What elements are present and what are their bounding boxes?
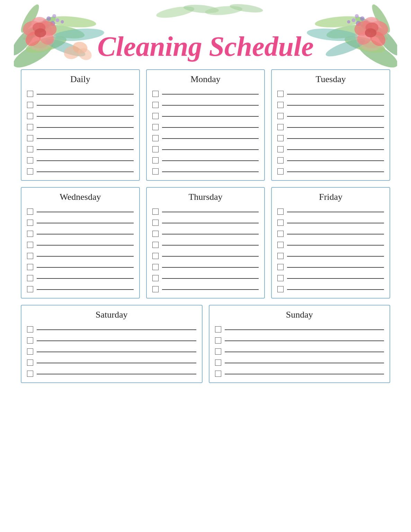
check-line	[37, 278, 134, 279]
checkbox[interactable]	[215, 326, 221, 332]
saturday-card: Saturday	[21, 305, 203, 383]
list-item	[27, 231, 134, 237]
checkbox[interactable]	[277, 242, 284, 248]
checkbox[interactable]	[277, 113, 284, 119]
check-line	[287, 245, 384, 246]
checkbox[interactable]	[152, 209, 159, 215]
friday-title: Friday	[277, 192, 384, 204]
checkbox[interactable]	[152, 264, 159, 270]
check-line	[37, 105, 134, 106]
check-line	[37, 234, 134, 234]
check-line	[37, 94, 134, 95]
checkbox[interactable]	[152, 286, 159, 292]
checkbox[interactable]	[277, 209, 284, 215]
list-item	[215, 360, 384, 366]
svg-point-40	[355, 14, 359, 18]
checkbox[interactable]	[277, 146, 284, 152]
monday-checklist	[152, 91, 259, 175]
checkbox[interactable]	[277, 102, 284, 108]
wednesday-card: Wednesday	[21, 187, 140, 299]
checkbox[interactable]	[27, 168, 33, 175]
checkbox[interactable]	[152, 242, 159, 248]
check-line	[287, 289, 384, 290]
checkbox[interactable]	[27, 275, 33, 281]
checkbox[interactable]	[27, 209, 33, 215]
checkbox[interactable]	[277, 157, 284, 163]
check-line	[37, 289, 134, 290]
checkbox[interactable]	[152, 220, 159, 226]
checkbox[interactable]	[27, 264, 33, 270]
list-item	[152, 146, 259, 152]
list-item	[277, 124, 384, 130]
checkbox[interactable]	[27, 113, 33, 119]
list-item	[152, 102, 259, 108]
check-line	[225, 340, 384, 341]
check-line	[287, 256, 384, 257]
checkbox[interactable]	[152, 102, 159, 108]
checkbox[interactable]	[27, 242, 33, 248]
check-line	[287, 105, 384, 106]
checkbox[interactable]	[152, 113, 159, 119]
checkbox[interactable]	[277, 135, 284, 141]
checkbox[interactable]	[27, 360, 33, 366]
checkbox[interactable]	[152, 146, 159, 152]
checkbox[interactable]	[152, 168, 159, 175]
checkbox[interactable]	[27, 220, 33, 226]
checkbox[interactable]	[277, 275, 284, 281]
checkbox[interactable]	[27, 371, 33, 377]
checkbox[interactable]	[152, 91, 159, 97]
list-item	[27, 326, 196, 332]
checkbox[interactable]	[27, 102, 33, 108]
check-line	[287, 116, 384, 117]
check-line	[162, 223, 259, 223]
checkbox[interactable]	[27, 286, 33, 292]
list-item	[152, 124, 259, 130]
checkbox[interactable]	[27, 91, 33, 97]
wednesday-checklist	[27, 209, 134, 292]
checkbox[interactable]	[27, 253, 33, 259]
checkbox[interactable]	[277, 168, 284, 175]
checkbox[interactable]	[277, 264, 284, 270]
list-item	[277, 242, 384, 248]
checkbox[interactable]	[277, 253, 284, 259]
list-item	[152, 253, 259, 259]
checkbox[interactable]	[27, 157, 33, 163]
check-line	[225, 352, 384, 352]
checkbox[interactable]	[152, 135, 159, 141]
monday-card: Monday	[146, 69, 265, 181]
daily-checklist	[27, 91, 134, 175]
checkbox[interactable]	[152, 231, 159, 237]
checkbox[interactable]	[27, 326, 33, 332]
checkbox[interactable]	[215, 348, 221, 355]
checkbox[interactable]	[27, 337, 33, 344]
checkbox[interactable]	[152, 124, 159, 130]
checkbox[interactable]	[152, 275, 159, 281]
checkbox[interactable]	[152, 253, 159, 259]
list-item	[152, 242, 259, 248]
svg-point-38	[360, 16, 365, 21]
checkbox[interactable]	[27, 146, 33, 152]
checkbox[interactable]	[27, 124, 33, 130]
checkbox[interactable]	[215, 360, 221, 366]
check-line	[287, 160, 384, 161]
checkbox[interactable]	[277, 220, 284, 226]
checkbox[interactable]	[27, 348, 33, 355]
list-item	[27, 253, 134, 259]
title-area: Cleaning Schedule	[14, 31, 397, 62]
checkbox[interactable]	[277, 91, 284, 97]
floral-header: Cleaning Schedule	[14, 0, 397, 73]
checkbox[interactable]	[277, 231, 284, 237]
list-item	[277, 102, 384, 108]
checkbox[interactable]	[152, 157, 159, 163]
checkbox[interactable]	[277, 124, 284, 130]
check-line	[287, 223, 384, 223]
checkbox[interactable]	[215, 371, 221, 377]
svg-point-12	[61, 20, 64, 23]
check-line	[37, 171, 134, 172]
checkbox[interactable]	[215, 337, 221, 344]
checkbox[interactable]	[27, 135, 33, 141]
checkbox[interactable]	[277, 286, 284, 292]
check-line	[225, 329, 384, 330]
list-item	[27, 157, 134, 163]
checkbox[interactable]	[27, 231, 33, 237]
